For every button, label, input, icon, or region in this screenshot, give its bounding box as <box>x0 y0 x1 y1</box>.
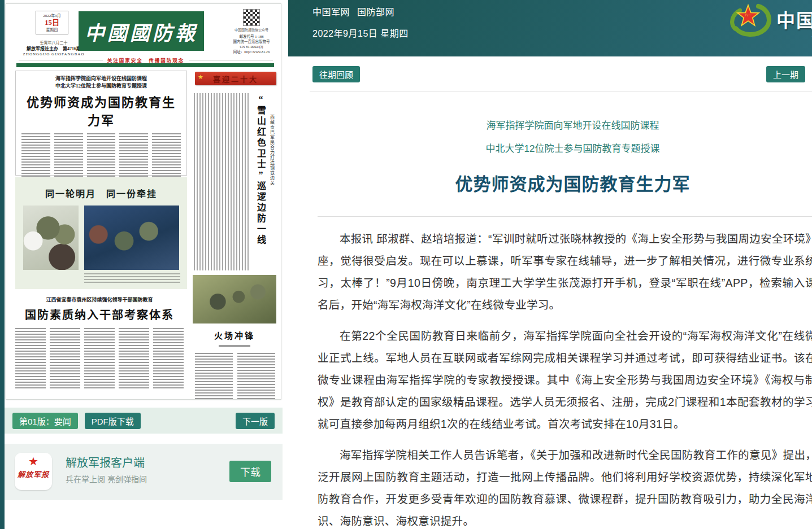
right-panel: 中国军网 国防部网 2022年9月15日 星期四 八一 中国军网 www.81.… <box>288 0 812 529</box>
next-page-button[interactable]: 下一版 <box>236 413 275 429</box>
fire-story-columns <box>195 353 275 399</box>
article-title: 优势师资成为国防教育生力军 <box>318 170 812 195</box>
pdf-download-button[interactable]: PDF版下载 <box>85 413 141 429</box>
newspaper-right-column[interactable]: 喜迎二十大 “雪山红色卫士”巡逻边防一线 西藏贡巴军民合力打造钢铁边关 <box>192 71 277 273</box>
lead-headline: 优势师资成为国防教育生力军 <box>21 92 181 128</box>
site-logo[interactable]: 八一 中国军网 www.81.cn <box>721 1 812 42</box>
vertical-article: “雪山红色卫士”巡逻边防一线 西藏贡巴军民合力打造钢铁边关 <box>193 91 276 273</box>
article-kicker-2: 中北大学12位院士参与国防教育专题授课 <box>318 141 812 155</box>
article-body: 本报讯 邱淑群、赵培培报道：“军训时就听过张晓林教授的《海上安全形势与我国周边安… <box>318 228 812 529</box>
issue-toolbar: 往期回顾 上一期 下一期 <box>312 66 812 82</box>
lead-kicker-2: 中北大学12位院士参与国防教育专题授课 <box>21 82 181 90</box>
app-promo-card: ★ 解放军报 解放军报客户端 兵在掌上阅 亮剑弹指间 下载 <box>5 444 283 500</box>
party-congress-banner-label: 喜迎二十大 <box>213 73 258 84</box>
newspaper-cn-number: CN 81-0002/(J) <box>224 44 279 49</box>
article-view: 海军指挥学院面向军地开设在线国防课程 中北大学12位院士参与国防教育专题授课 优… <box>288 117 812 529</box>
photo-feature[interactable]: 同一轮明月 同一份牵挂 <box>15 177 187 289</box>
second-story-headline: 国防素质纳入干部考察体系 <box>15 306 184 322</box>
newspaper-date-box: 2022年9月 15日 星期四 <box>36 11 68 34</box>
svg-text:八一: 八一 <box>745 13 752 17</box>
fire-photo-story[interactable]: 火场冲锋 <box>192 275 277 397</box>
newspaper-tagline-row: 关注国家安全 传播国防观念 <box>19 56 273 63</box>
second-story-columns <box>15 328 184 390</box>
page-label-button[interactable]: 第01版：要闻 <box>12 413 78 429</box>
link-china-military[interactable]: 中国军网 <box>312 7 350 17</box>
vertical-article-subhead: 西藏贡巴军民合力打造钢铁边关 <box>269 115 275 186</box>
newspaper-postal-code: 邮发代号 1-188 <box>224 34 279 39</box>
photo-tent-checkup <box>84 206 179 270</box>
left-panel: 2022年9月 15日 星期四 壬寅年八月二十 解放军报社主办 第4716期 Z… <box>0 0 288 529</box>
toolbar-divider <box>310 91 812 91</box>
vertical-article-body <box>194 93 250 270</box>
left-edge-strip <box>0 0 5 529</box>
photo-medical-visit <box>23 206 79 270</box>
article-paragraph: 海军指挥学院相关工作人员告诉笔者，《关于加强和改进新时代全民国防教育工作的意见》… <box>318 444 812 529</box>
app-download-button[interactable]: 下载 <box>229 461 271 482</box>
newspaper-preview[interactable]: 2022年9月 15日 星期四 壬寅年八月二十 解放军报社主办 第4716期 Z… <box>6 3 281 400</box>
newspaper-qr-caption: 中国国防报微信公众号 <box>224 27 279 32</box>
logo-title: 中国军网 <box>776 6 812 33</box>
app-title: 解放军报客户端 <box>66 454 145 470</box>
app-icon-label: 解放军报 <box>18 470 49 479</box>
newspaper-lead-article[interactable]: 海军指挥学院面向军地开设在线国防课程 中北大学12位院士参与国防教育专题授课 优… <box>15 71 187 176</box>
newspaper-date-month: 2022年9月 <box>36 12 68 18</box>
site-header: 中国军网 国防部网 2022年9月15日 星期四 八一 中国军网 www.81.… <box>288 0 812 56</box>
lead-kicker-1: 海军指挥学院面向军地开设在线国防课程 <box>21 75 181 82</box>
fire-story-headline: 火场冲锋 <box>192 329 277 341</box>
photo-caption <box>84 273 180 285</box>
pla-daily-app-icon: ★ 解放军报 <box>15 453 52 490</box>
newspaper-date-day: 15日 <box>36 18 68 27</box>
vertical-article-side: 西藏贡巴军民合力打造钢铁边关 <box>267 91 276 273</box>
logo-text: 中国军网 www.81.cn <box>776 6 812 42</box>
newspaper-issn-label: 国内统一连续出版物号 <box>224 39 279 44</box>
second-story-kicker: 江西省宜春市袁州区持续强化领导干部国防教育 <box>15 296 184 304</box>
logo-swoosh-star-icon: 八一 <box>721 1 775 42</box>
photo-fire-charge <box>193 275 276 323</box>
party-congress-banner: 喜迎二十大 <box>195 72 276 85</box>
red-star-icon: ★ <box>15 454 52 469</box>
vertical-article-headline: “雪山红色卫士”巡逻边防一线 <box>254 91 267 273</box>
article-paragraph: 本报讯 邱淑群、赵培培报道：“军训时就听过张晓林教授的《海上安全形势与我国周边安… <box>318 228 812 316</box>
logo-url: www.81.cn <box>776 33 812 42</box>
newspaper-masthead: 中國國防報 <box>79 11 204 51</box>
photo-feature-headline: 同一轮明月 同一份牵挂 <box>15 177 187 200</box>
newspaper-green-bar <box>16 63 274 67</box>
link-mod[interactable]: 国防部网 <box>357 7 394 17</box>
article-paragraph: 在第22个全民国防教育日来临前夕，海军指挥学院面向全社会开设的“海军海权海洋文化… <box>318 325 812 435</box>
newspaper-second-story[interactable]: 江西省宜春市袁州区持续强化领导干部国防教育 国防素质纳入干部考察体系 <box>11 293 188 397</box>
fire-story-byline <box>219 345 250 347</box>
page-bar: 第01版：要闻 PDF版下载 下一版 <box>5 408 283 434</box>
newspaper-tagline: 关注国家安全 传播国防观念 <box>107 56 185 63</box>
past-issues-button[interactable]: 往期回顾 <box>312 66 360 82</box>
newspaper-pinyin: ZHONGGUO GUOFANGBAO <box>10 52 98 56</box>
newspaper-masthead-title: 中國國防報 <box>85 17 198 46</box>
previous-issue-button[interactable]: 上一期 <box>766 66 805 82</box>
page-root: 2022年9月 15日 星期四 壬寅年八月二十 解放军报社主办 第4716期 Z… <box>0 0 812 529</box>
newspaper-website: 网址：http://www.81.cn <box>224 49 279 54</box>
qr-code-icon <box>243 9 260 26</box>
app-subtitle: 兵在掌上阅 亮剑弹指间 <box>66 473 147 484</box>
article-kicker-1: 海军指挥学院面向军地开设在线国防课程 <box>318 117 812 132</box>
newspaper-date-week: 星期四 <box>36 27 68 32</box>
title-divider <box>318 216 812 217</box>
newspaper-qr-block: 中国国防报微信公众号 邮发代号 1-188 国内统一连续出版物号 CN 81-0… <box>224 9 279 54</box>
